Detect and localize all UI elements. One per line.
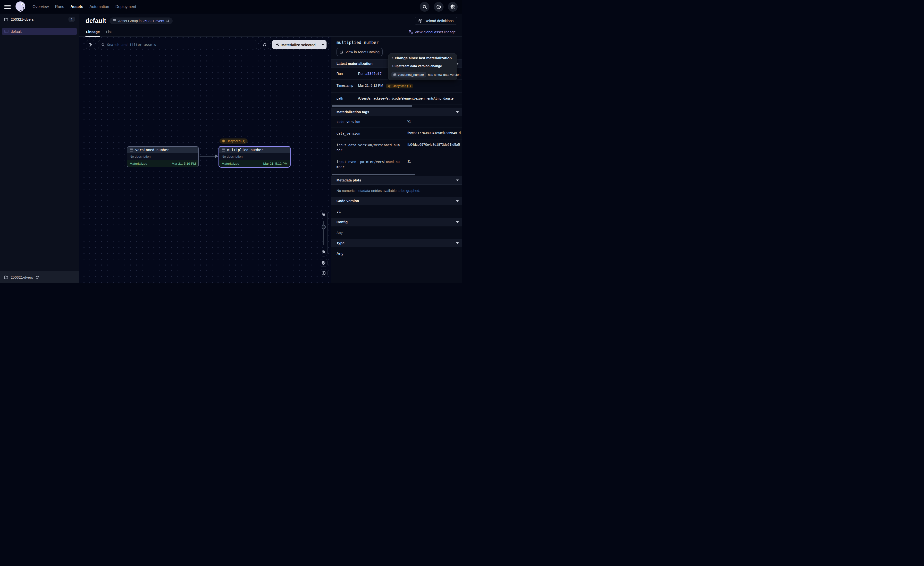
folder-icon [4,17,8,22]
external-link-icon [340,50,343,54]
sidebar-group-count-badge: 1 [69,17,75,22]
materialize-selected-button[interactable]: Materialize selected [272,40,319,49]
collapse-caret-icon[interactable] [456,221,459,223]
nav-item-overview[interactable]: Overview [33,5,49,9]
run-id-link[interactable]: a5347ef7 [365,72,382,75]
asset-group-badge[interactable]: Asset Group in 250321-dvers [110,18,172,24]
lineage-edge-arrow [200,154,219,159]
asset-node-timestamp: Mar 21, 5:12 PM [263,162,288,166]
reload-definitions-label: Reload definitions [424,19,453,23]
nav-item-automation[interactable]: Automation [90,5,109,9]
tag-row-data-version: data_version f6ccba1776380941e9cd1ea6648… [331,128,462,139]
sidebar-footer-repo[interactable]: 250321-dvers [0,271,79,283]
section-config: Config [331,218,462,226]
sidebar-group-row[interactable]: 250321-dvers 1 [0,14,79,25]
panel-toggle-icon [88,43,93,47]
view-global-asset-lineage-link[interactable]: View global asset lineage [409,30,456,36]
collapse-caret-icon[interactable] [456,200,459,202]
code-version-value: v1 [331,205,462,218]
search-button[interactable] [420,2,429,12]
graph-zoom-controls [320,210,327,277]
asset-node-timestamp: Mar 21, 5:19 PM [172,162,196,166]
horizontal-scrollbar[interactable] [332,105,412,107]
asset-chip-versioned-number[interactable]: versioned_number [392,72,426,77]
graph-unsynced-badge[interactable]: Unsynced (1) [219,138,248,144]
collapse-caret-icon[interactable] [456,111,459,113]
sparkle-icon [276,43,279,47]
horizontal-scrollbar[interactable] [332,174,415,175]
changes-since-materialization-popup: 1 change since last materialization 1 up… [388,53,457,80]
asset-node-status: Materialized [222,162,239,166]
nav-item-deployment[interactable]: Deployment [116,5,136,9]
collapse-sidebar-button[interactable] [86,40,95,49]
sidebar-item-default[interactable]: default [2,28,77,35]
folder-icon [4,275,8,279]
asset-group-badge-text: Asset Group in 250321-dvers [118,19,164,23]
popup-change-text: has a new data version [428,73,460,77]
unsynced-icon [222,139,225,143]
lineage-graph-canvas[interactable]: Materialize selected Unsynced (1) versio… [79,37,331,283]
download-graph-button[interactable] [320,269,327,277]
materialize-options-caret[interactable] [319,40,327,49]
cube-reload-icon [418,19,422,23]
search-icon [101,43,105,47]
view-in-asset-catalog-button[interactable]: View in Asset Catalog [336,48,382,56]
sync-icon [262,43,267,47]
reload-sync-icon[interactable] [36,275,39,279]
asset-detail-panel: multiplied_number View in Asset Catalog … [331,37,462,283]
reload-sync-icon[interactable] [166,19,170,23]
popup-change-row: versioned_number has a new data version [388,70,457,80]
materialize-selected-split-button: Materialize selected [272,40,327,49]
zoom-slider-knob[interactable] [322,225,326,229]
chevron-down-icon [322,44,324,45]
tag-row-input-data-version: input_data_version/versioned_number fb04… [331,139,462,156]
collapse-caret-icon[interactable] [456,179,459,181]
zoom-out-button[interactable] [320,247,327,256]
reload-definitions-button[interactable]: Reload definitions [415,17,457,25]
run-label: Run [331,68,355,80]
gear-icon [321,260,326,265]
tab-list[interactable]: List [106,28,112,36]
view-tabs-row: Lineage List View global asset lineage [79,27,462,37]
asset-node-status: Materialized [130,162,147,166]
latest-path-row: path /Users/smackesey/stm/code/elementl/… [331,93,462,104]
timestamp-label: Timestamp [331,80,355,92]
unsynced-icon [388,84,392,88]
path-link[interactable]: /Users/smackesey/stm/code/elementl/exper… [358,96,453,100]
top-nav: Overview Runs Assets Automation Deployme… [0,0,462,14]
help-button[interactable] [434,2,444,12]
tab-lineage[interactable]: Lineage [86,28,100,36]
graph-settings-button[interactable] [320,259,327,267]
popup-subtitle: 1 upstream data version change [388,62,457,70]
section-type: Type [331,239,462,247]
table-icon [393,73,396,76]
zoom-in-button[interactable] [320,210,327,219]
timestamp-value: Mar 21, 5:12 PM [358,84,383,87]
collapse-caret-icon[interactable] [456,242,459,244]
unsynced-badge[interactable]: Unsynced (1) [386,84,413,89]
nav-item-runs[interactable]: Runs [55,5,64,9]
tag-row-code-version: code_version v1 [331,116,462,128]
asset-search-input[interactable] [107,43,254,47]
refresh-graph-button[interactable] [260,40,269,49]
asset-node-multiplied-number[interactable]: multiplied_number No description Materia… [219,146,291,168]
path-label: path [331,93,355,104]
asset-groups-sidebar: 250321-dvers 1 default 250321-dvers [0,14,79,283]
panel-asset-title: multiplied_number [336,40,457,45]
help-icon [436,5,441,9]
page-header: default Asset Group in 250321-dvers Relo… [79,14,462,27]
settings-button[interactable] [448,2,458,12]
popup-title: 1 change since last materialization [388,54,457,62]
hamburger-menu-icon[interactable] [4,4,10,10]
sidebar-item-label: default [10,29,22,33]
sidebar-footer-label: 250321-dvers [10,275,33,279]
asset-group-repo-link[interactable]: 250321-dvers [142,19,164,23]
asset-group-icon [112,19,116,23]
zoom-out-icon [322,250,326,254]
asset-node-name: multiplied_number [227,148,263,152]
nav-item-assets[interactable]: Assets [70,5,83,9]
zoom-slider[interactable] [320,219,327,247]
asset-node-versioned-number[interactable]: versioned_number No description Material… [127,146,199,167]
dagster-logo-icon[interactable] [14,0,27,13]
zoom-in-icon [322,212,326,217]
